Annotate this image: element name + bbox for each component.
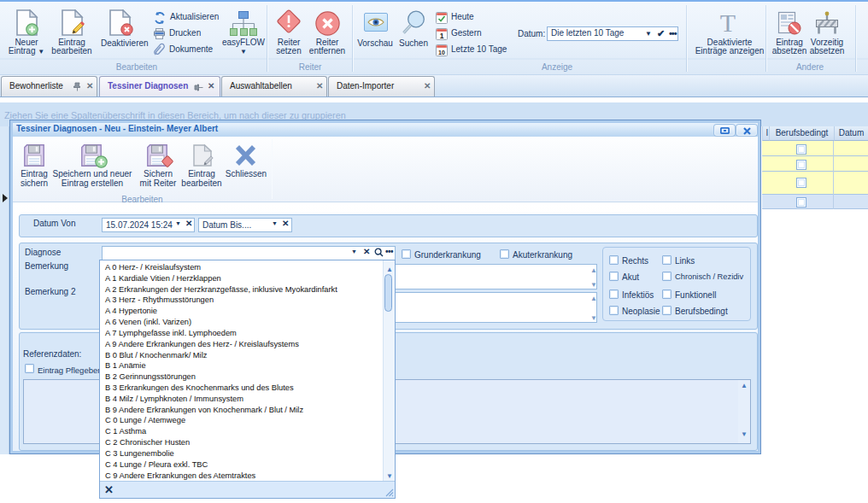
svg-text:1: 1 (440, 32, 444, 40)
svg-text:10: 10 (438, 50, 445, 56)
